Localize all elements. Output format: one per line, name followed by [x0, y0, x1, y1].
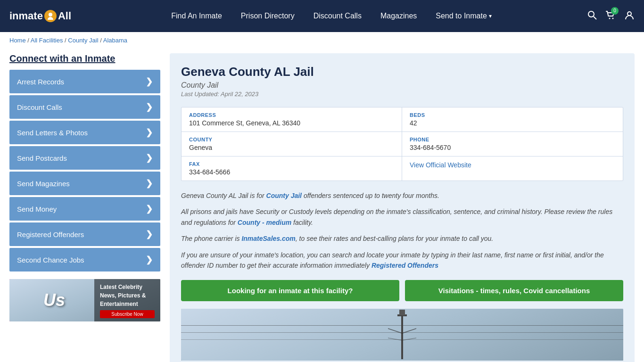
- sidebar-item-label: Send Postcards: [17, 154, 67, 162]
- nav-find-inmate[interactable]: Find An Inmate: [171, 12, 222, 20]
- content-area: Geneva County AL Jail County Jail Last U…: [170, 53, 635, 362]
- ad-image: Us: [9, 279, 99, 321]
- ad-subscribe-button[interactable]: Subscribe Now: [100, 310, 155, 318]
- sidebar-item-label: Send Letters & Photos: [17, 129, 88, 137]
- svg-line-12: [402, 338, 416, 340]
- cart-icon[interactable]: 0: [605, 10, 616, 23]
- sidebar-item-label: Second Chance Jobs: [17, 256, 84, 264]
- info-fax: FAX 334-684-5666: [182, 156, 402, 181]
- info-address: ADDRESS 101 Commerce St, Geneva, AL 3634…: [182, 107, 402, 132]
- svg-rect-6: [401, 314, 403, 359]
- sidebar-item-send-money[interactable]: Send Money ❯: [9, 197, 160, 221]
- info-phone: PHONE 334-684-5670: [402, 132, 623, 156]
- arrow-icon: ❯: [146, 127, 153, 138]
- county-jail-link[interactable]: County Jail: [266, 192, 302, 199]
- inmatesales-link[interactable]: InmateSales.com: [241, 235, 295, 242]
- svg-line-2: [594, 16, 596, 19]
- arrow-icon: ❯: [146, 204, 153, 214]
- nav-discount-calls[interactable]: Discount Calls: [314, 12, 362, 20]
- user-icon[interactable]: [624, 10, 635, 23]
- breadcrumb-state[interactable]: Alabama: [103, 37, 127, 44]
- description-2: All prisons and jails have Security or C…: [181, 206, 623, 228]
- arrow-icon: ❯: [146, 153, 153, 163]
- desc1-text: Geneva County AL Jail is for: [181, 192, 266, 199]
- info-grid: ADDRESS 101 Commerce St, Geneva, AL 3634…: [181, 107, 623, 181]
- info-county: COUNTY Geneva: [182, 132, 402, 156]
- sidebar-menu: Arrest Records ❯ Discount Calls ❯ Send L…: [9, 70, 160, 272]
- sidebar-item-registered-offenders[interactable]: Registered Offenders ❯: [9, 222, 160, 246]
- visitations-button[interactable]: Visitations - times, rules, Covid cancel…: [405, 280, 623, 301]
- nav-magazines[interactable]: Magazines: [380, 12, 417, 20]
- logo-all-text: All: [58, 10, 71, 22]
- arrow-icon: ❯: [146, 76, 153, 87]
- header: inmate All Find An Inmate Prison Directo…: [0, 0, 644, 32]
- facility-updated: Last Updated: April 22, 2023: [181, 90, 623, 98]
- ad-title: Latest Celebrity News, Pictures & Entert…: [100, 283, 155, 308]
- sidebar-item-arrest-records[interactable]: Arrest Records ❯: [9, 70, 160, 93]
- county-label: COUNTY: [189, 137, 394, 142]
- svg-point-0: [49, 13, 52, 16]
- ad-text: Latest Celebrity News, Pictures & Entert…: [94, 279, 160, 321]
- fax-value: 334-684-5666: [189, 168, 394, 176]
- phone-value: 334-684-5670: [410, 144, 615, 151]
- nav-send-to-inmate[interactable]: Send to Inmate: [436, 12, 492, 20]
- arrow-icon: ❯: [146, 229, 153, 239]
- desc1-rest: offenders sentenced up to twenty four mo…: [302, 192, 439, 199]
- header-icons: 0: [587, 10, 635, 23]
- search-icon[interactable]: [587, 10, 597, 22]
- county-medium-link[interactable]: County - medium: [238, 219, 291, 226]
- ad-logo: Us: [43, 290, 65, 310]
- sidebar-item-label: Send Money: [17, 205, 57, 213]
- breadcrumb-county-jail[interactable]: County Jail: [68, 37, 98, 44]
- tower-silhouette: [388, 310, 416, 361]
- logo-inmate-text: inmate: [9, 10, 43, 22]
- description-4: If you are unsure of your inmate's locat…: [181, 250, 623, 271]
- breadcrumb: Home / All Facilities / County Jail / Al…: [0, 32, 644, 49]
- breadcrumb-home[interactable]: Home: [9, 37, 26, 44]
- facility-title: Geneva County AL Jail: [181, 65, 623, 79]
- desc2-rest: facility.: [291, 219, 313, 226]
- address-value: 101 Commerce St, Geneva, AL 36340: [189, 119, 394, 127]
- registered-offenders-link[interactable]: Registered Offenders: [372, 262, 438, 269]
- sidebar-item-send-letters-photos[interactable]: Send Letters & Photos ❯: [9, 121, 160, 144]
- sidebar-item-label: Discount Calls: [17, 103, 62, 111]
- description-3: The phone carrier is InmateSales.com, to…: [181, 233, 623, 244]
- arrow-icon: ❯: [146, 255, 153, 265]
- nav-prison-directory[interactable]: Prison Directory: [241, 12, 295, 20]
- svg-point-1: [588, 11, 594, 17]
- sidebar-item-label: Arrest Records: [17, 78, 64, 86]
- logo[interactable]: inmate All: [9, 10, 85, 22]
- svg-point-3: [609, 17, 611, 19]
- fax-label: FAX: [189, 161, 394, 167]
- info-beds: BEDS 42: [402, 107, 623, 132]
- beds-label: BEDS: [410, 112, 615, 118]
- desc3-text: The phone carrier is: [181, 235, 241, 242]
- sidebar-item-label: Registered Offenders: [17, 230, 84, 239]
- find-inmate-button[interactable]: Looking for an inmate at this facility?: [181, 280, 399, 301]
- sidebar-item-second-chance-jobs[interactable]: Second Chance Jobs ❯: [9, 248, 160, 272]
- sidebar-item-discount-calls[interactable]: Discount Calls ❯: [9, 95, 160, 119]
- address-label: ADDRESS: [189, 112, 394, 118]
- arrow-icon: ❯: [146, 178, 153, 189]
- sidebar-item-send-postcards[interactable]: Send Postcards ❯: [9, 146, 160, 170]
- arrow-icon: ❯: [146, 102, 153, 112]
- breadcrumb-all-facilities[interactable]: All Facilities: [31, 37, 63, 44]
- facility-photo: [181, 309, 623, 361]
- phone-label: PHONE: [410, 137, 615, 142]
- desc3-rest: , to see their rates and best-calling pl…: [296, 235, 493, 242]
- website-link[interactable]: View Official Website: [410, 161, 471, 169]
- description-1: Geneva County AL Jail is for County Jail…: [181, 190, 623, 201]
- svg-line-11: [388, 338, 402, 340]
- svg-line-9: [388, 329, 402, 333]
- svg-point-5: [627, 12, 631, 16]
- svg-line-10: [402, 329, 416, 333]
- sidebar-item-send-magazines[interactable]: Send Magazines ❯: [9, 172, 160, 195]
- main-layout: Connect with an Inmate Arrest Records ❯ …: [0, 49, 644, 362]
- svg-point-4: [612, 17, 614, 19]
- action-buttons: Looking for an inmate at this facility? …: [181, 280, 623, 301]
- sidebar-item-label: Send Magazines: [17, 180, 70, 188]
- info-website: View Official Website: [402, 156, 623, 181]
- beds-value: 42: [410, 119, 615, 127]
- sidebar: Connect with an Inmate Arrest Records ❯ …: [9, 53, 160, 321]
- ad-banner[interactable]: Us Latest Celebrity News, Pictures & Ent…: [9, 279, 160, 321]
